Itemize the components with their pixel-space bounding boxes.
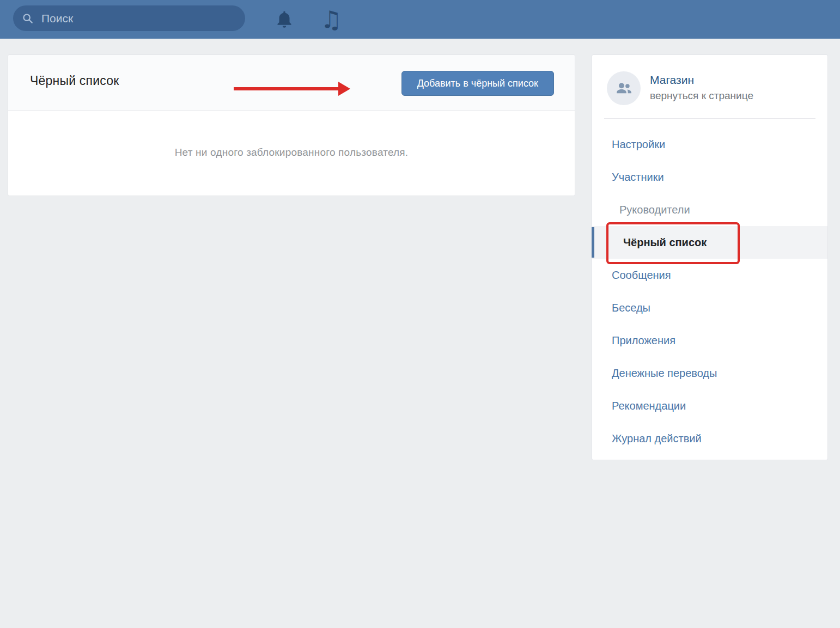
sidebar-item-blacklist[interactable]: Чёрный список (592, 226, 827, 259)
search-box[interactable] (13, 5, 245, 31)
music-icon: ♫ (320, 8, 342, 32)
community-header[interactable]: Магазин вернуться к странице (592, 55, 827, 118)
top-bar: ♫ (0, 0, 840, 39)
search-input[interactable] (40, 11, 236, 26)
notifications-button[interactable] (268, 0, 301, 39)
sidebar-item-members[interactable]: Участники (592, 161, 827, 193)
community-sidebar: Магазин вернуться к странице Настройки У… (592, 54, 828, 460)
music-button[interactable]: ♫ (315, 0, 348, 39)
sidebar-item-settings[interactable]: Настройки (592, 128, 827, 161)
sidebar-divider (604, 118, 815, 119)
sidebar-item-label: Чёрный список (623, 236, 707, 249)
page: ♫ Чёрный список Добавить в чёрный список… (0, 0, 840, 628)
community-avatar[interactable] (607, 71, 641, 105)
people-icon (614, 78, 634, 98)
back-to-page-link[interactable]: вернуться к странице (650, 90, 753, 102)
sidebar-item-action-log[interactable]: Журнал действий (592, 422, 827, 455)
empty-state-text: Нет ни одного заблокированного пользоват… (8, 147, 575, 158)
sidebar-item-money-transfers[interactable]: Денежные переводы (592, 357, 827, 389)
annotation-arrow-icon (234, 82, 350, 96)
sidebar-item-chats[interactable]: Беседы (592, 291, 827, 324)
active-item-accent (592, 227, 594, 258)
sidebar-item-managers[interactable]: Руководители (592, 193, 827, 226)
sidebar-item-messages[interactable]: Сообщения (592, 259, 827, 291)
community-name[interactable]: Магазин (650, 74, 694, 87)
sidebar-item-recommendations[interactable]: Рекомендации (592, 389, 827, 422)
bell-icon (274, 9, 295, 30)
sidebar-item-apps[interactable]: Приложения (592, 324, 827, 357)
panel-header: Чёрный список Добавить в чёрный список (8, 55, 575, 111)
search-icon (22, 13, 34, 25)
add-to-blacklist-button[interactable]: Добавить в чёрный список (401, 71, 554, 96)
blacklist-panel: Чёрный список Добавить в чёрный список Н… (8, 54, 575, 196)
page-title: Чёрный список (30, 74, 119, 88)
sidebar-menu: Настройки Участники Руководители Чёрный … (592, 128, 827, 455)
